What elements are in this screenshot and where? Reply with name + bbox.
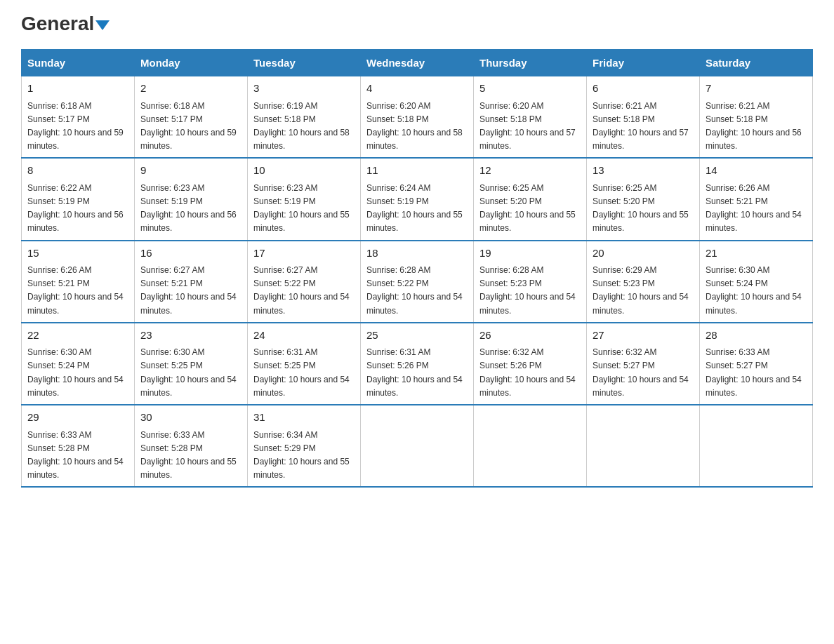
day-info: Sunrise: 6:20 AM Sunset: 5:18 PM Dayligh… [479, 100, 581, 154]
day-number: 3 [253, 81, 355, 97]
calendar-day-cell: 27 Sunrise: 6:32 AM Sunset: 5:27 PM Dayl… [587, 323, 700, 405]
calendar-day-cell: 12 Sunrise: 6:25 AM Sunset: 5:20 PM Dayl… [474, 158, 587, 240]
day-number: 25 [366, 328, 468, 344]
day-number: 10 [253, 163, 355, 179]
day-number: 12 [479, 163, 581, 179]
calendar-week-row: 15 Sunrise: 6:26 AM Sunset: 5:21 PM Dayl… [22, 241, 813, 323]
logo-text: General [21, 14, 110, 34]
calendar-day-cell: 4 Sunrise: 6:20 AM Sunset: 5:18 PM Dayli… [361, 76, 474, 159]
day-number: 23 [140, 328, 241, 344]
calendar-day-cell: 31 Sunrise: 6:34 AM Sunset: 5:29 PM Dayl… [248, 405, 361, 487]
calendar-day-cell: 29 Sunrise: 6:33 AM Sunset: 5:28 PM Dayl… [22, 405, 135, 487]
page-header: General [21, 14, 813, 35]
day-info: Sunrise: 6:20 AM Sunset: 5:18 PM Dayligh… [366, 100, 468, 154]
calendar-day-cell: 18 Sunrise: 6:28 AM Sunset: 5:22 PM Dayl… [361, 241, 474, 323]
day-number: 20 [593, 246, 694, 262]
day-number: 1 [27, 81, 128, 97]
day-info: Sunrise: 6:28 AM Sunset: 5:22 PM Dayligh… [366, 264, 468, 318]
day-info: Sunrise: 6:21 AM Sunset: 5:18 PM Dayligh… [706, 100, 807, 154]
day-info: Sunrise: 6:32 AM Sunset: 5:26 PM Dayligh… [479, 346, 581, 400]
calendar-day-cell: 23 Sunrise: 6:30 AM Sunset: 5:25 PM Dayl… [135, 323, 248, 405]
calendar-day-cell [587, 405, 700, 487]
day-number: 4 [366, 81, 468, 97]
day-info: Sunrise: 6:21 AM Sunset: 5:18 PM Dayligh… [593, 100, 694, 154]
calendar-day-cell: 17 Sunrise: 6:27 AM Sunset: 5:22 PM Dayl… [248, 241, 361, 323]
calendar-day-cell: 24 Sunrise: 6:31 AM Sunset: 5:25 PM Dayl… [248, 323, 361, 405]
day-info: Sunrise: 6:24 AM Sunset: 5:19 PM Dayligh… [366, 182, 468, 236]
col-thursday: Thursday [474, 50, 587, 76]
day-number: 28 [706, 328, 807, 344]
day-info: Sunrise: 6:25 AM Sunset: 5:20 PM Dayligh… [479, 182, 581, 236]
day-number: 22 [27, 328, 128, 344]
calendar-day-cell: 10 Sunrise: 6:23 AM Sunset: 5:19 PM Dayl… [248, 158, 361, 240]
calendar-day-cell: 22 Sunrise: 6:30 AM Sunset: 5:24 PM Dayl… [22, 323, 135, 405]
day-number: 19 [479, 246, 581, 262]
day-info: Sunrise: 6:33 AM Sunset: 5:28 PM Dayligh… [27, 429, 128, 483]
logo-triangle-icon [95, 20, 110, 30]
col-saturday: Saturday [700, 50, 813, 76]
day-info: Sunrise: 6:27 AM Sunset: 5:22 PM Dayligh… [253, 264, 355, 318]
day-number: 29 [27, 410, 128, 426]
calendar-header-row: Sunday Monday Tuesday Wednesday Thursday… [22, 50, 813, 76]
logo-general: General [21, 13, 94, 34]
calendar-day-cell: 28 Sunrise: 6:33 AM Sunset: 5:27 PM Dayl… [700, 323, 813, 405]
col-sunday: Sunday [22, 50, 135, 76]
day-info: Sunrise: 6:31 AM Sunset: 5:25 PM Dayligh… [253, 346, 355, 400]
calendar-table: Sunday Monday Tuesday Wednesday Thursday… [21, 49, 813, 488]
calendar-week-row: 1 Sunrise: 6:18 AM Sunset: 5:17 PM Dayli… [22, 76, 813, 159]
day-info: Sunrise: 6:18 AM Sunset: 5:17 PM Dayligh… [27, 100, 128, 154]
calendar-day-cell: 25 Sunrise: 6:31 AM Sunset: 5:26 PM Dayl… [361, 323, 474, 405]
day-info: Sunrise: 6:25 AM Sunset: 5:20 PM Dayligh… [593, 182, 694, 236]
day-number: 18 [366, 246, 468, 262]
calendar-day-cell: 3 Sunrise: 6:19 AM Sunset: 5:18 PM Dayli… [248, 76, 361, 159]
calendar-day-cell: 11 Sunrise: 6:24 AM Sunset: 5:19 PM Dayl… [361, 158, 474, 240]
day-info: Sunrise: 6:26 AM Sunset: 5:21 PM Dayligh… [706, 182, 807, 236]
day-number: 5 [479, 81, 581, 97]
calendar-week-row: 22 Sunrise: 6:30 AM Sunset: 5:24 PM Dayl… [22, 323, 813, 405]
calendar-day-cell: 16 Sunrise: 6:27 AM Sunset: 5:21 PM Dayl… [135, 241, 248, 323]
day-number: 17 [253, 246, 355, 262]
calendar-day-cell: 1 Sunrise: 6:18 AM Sunset: 5:17 PM Dayli… [22, 76, 135, 159]
calendar-day-cell: 20 Sunrise: 6:29 AM Sunset: 5:23 PM Dayl… [587, 241, 700, 323]
col-monday: Monday [135, 50, 248, 76]
day-number: 8 [27, 163, 128, 179]
calendar-day-cell: 21 Sunrise: 6:30 AM Sunset: 5:24 PM Dayl… [700, 241, 813, 323]
logo: General [21, 14, 110, 35]
calendar-week-row: 29 Sunrise: 6:33 AM Sunset: 5:28 PM Dayl… [22, 405, 813, 487]
calendar-day-cell: 15 Sunrise: 6:26 AM Sunset: 5:21 PM Dayl… [22, 241, 135, 323]
col-friday: Friday [587, 50, 700, 76]
day-number: 31 [253, 410, 355, 426]
day-number: 27 [593, 328, 694, 344]
calendar-day-cell: 9 Sunrise: 6:23 AM Sunset: 5:19 PM Dayli… [135, 158, 248, 240]
day-info: Sunrise: 6:18 AM Sunset: 5:17 PM Dayligh… [140, 100, 241, 154]
day-info: Sunrise: 6:28 AM Sunset: 5:23 PM Dayligh… [479, 264, 581, 318]
calendar-day-cell [700, 405, 813, 487]
day-number: 26 [479, 328, 581, 344]
day-number: 11 [366, 163, 468, 179]
day-info: Sunrise: 6:33 AM Sunset: 5:28 PM Dayligh… [140, 429, 241, 483]
day-info: Sunrise: 6:23 AM Sunset: 5:19 PM Dayligh… [253, 182, 355, 236]
day-info: Sunrise: 6:30 AM Sunset: 5:24 PM Dayligh… [27, 346, 128, 400]
calendar-day-cell: 14 Sunrise: 6:26 AM Sunset: 5:21 PM Dayl… [700, 158, 813, 240]
calendar-day-cell [474, 405, 587, 487]
calendar-day-cell: 19 Sunrise: 6:28 AM Sunset: 5:23 PM Dayl… [474, 241, 587, 323]
day-number: 9 [140, 163, 241, 179]
day-info: Sunrise: 6:30 AM Sunset: 5:25 PM Dayligh… [140, 346, 241, 400]
day-info: Sunrise: 6:22 AM Sunset: 5:19 PM Dayligh… [27, 182, 128, 236]
day-number: 14 [706, 163, 807, 179]
day-info: Sunrise: 6:26 AM Sunset: 5:21 PM Dayligh… [27, 264, 128, 318]
day-info: Sunrise: 6:29 AM Sunset: 5:23 PM Dayligh… [593, 264, 694, 318]
calendar-day-cell: 5 Sunrise: 6:20 AM Sunset: 5:18 PM Dayli… [474, 76, 587, 159]
col-wednesday: Wednesday [361, 50, 474, 76]
calendar-day-cell: 30 Sunrise: 6:33 AM Sunset: 5:28 PM Dayl… [135, 405, 248, 487]
day-number: 7 [706, 81, 807, 97]
calendar-day-cell: 6 Sunrise: 6:21 AM Sunset: 5:18 PM Dayli… [587, 76, 700, 159]
calendar-day-cell: 7 Sunrise: 6:21 AM Sunset: 5:18 PM Dayli… [700, 76, 813, 159]
day-number: 6 [593, 81, 694, 97]
day-number: 2 [140, 81, 241, 97]
day-number: 16 [140, 246, 241, 262]
day-info: Sunrise: 6:34 AM Sunset: 5:29 PM Dayligh… [253, 429, 355, 483]
day-info: Sunrise: 6:27 AM Sunset: 5:21 PM Dayligh… [140, 264, 241, 318]
day-number: 30 [140, 410, 241, 426]
day-number: 24 [253, 328, 355, 344]
